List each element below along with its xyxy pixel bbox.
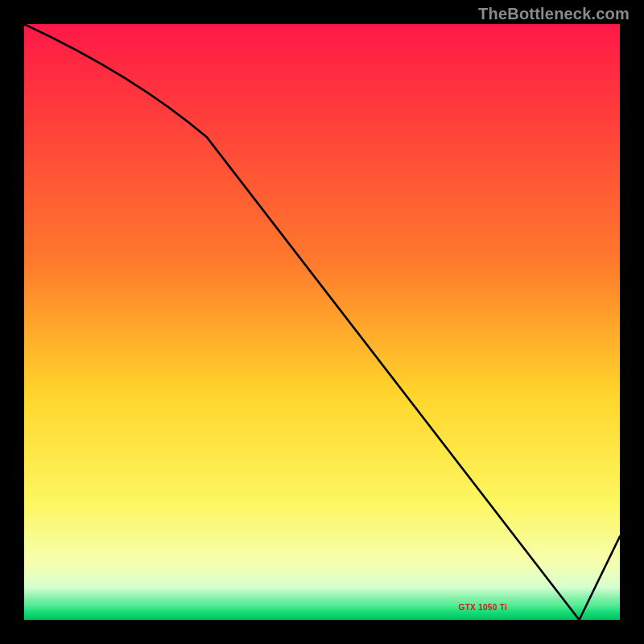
- chart-frame: TheBottleneck.com GTX 1050 Ti: [0, 0, 644, 644]
- chart-canvas: [24, 24, 620, 620]
- watermark-text: TheBottleneck.com: [478, 5, 630, 23]
- plot-area: GTX 1050 Ti: [24, 24, 620, 620]
